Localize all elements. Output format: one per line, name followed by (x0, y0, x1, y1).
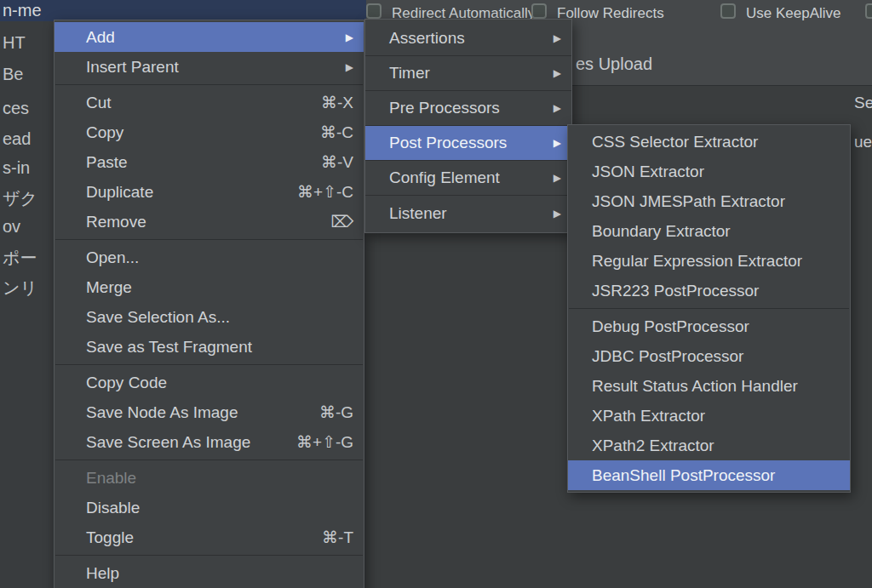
menu-item-json-extractor[interactable]: JSON Extractor (568, 157, 850, 186)
submenu-arrow-icon: ▶ (554, 138, 561, 148)
menu-item-label: JDBC PostProcessor (592, 347, 840, 366)
menu-item-label: CSS Selector Extractor (592, 133, 840, 151)
menu-item-toggle[interactable]: Toggle⌘-T (54, 522, 364, 552)
tree-node-fragment[interactable]: HT (3, 33, 26, 53)
menu-item-pre-processors[interactable]: Pre Processors▶ (365, 91, 571, 126)
menu-item-label: Help (86, 564, 353, 583)
menu-item-label: Copy Code (86, 374, 353, 392)
menu-item-label: Boundary Extractor (592, 222, 840, 241)
tree-node-fragment[interactable]: ead (3, 129, 31, 149)
menu-item-label: Debug PostProcessor (592, 317, 840, 336)
menu-item-label: Assertions (389, 29, 543, 48)
menu-item-label: Pre Processors (389, 99, 543, 117)
menu-item-remove[interactable]: Remove⌦ (54, 207, 364, 237)
menu-item-label: JSON Extractor (592, 163, 840, 181)
menu-item-xpath2-extractor[interactable]: XPath2 Extractor (568, 431, 850, 460)
menu-item-config-element[interactable]: Config Element▶ (365, 161, 571, 196)
menu-item-label: Add (86, 28, 336, 47)
menu-item-add[interactable]: Add▶ (54, 22, 364, 52)
menu-item-result-status-action-handler[interactable]: Result Status Action Handler (568, 371, 850, 401)
context-menu: Add▶Insert Parent▶Cut⌘-XCopy⌘-CPaste⌘-VD… (54, 20, 364, 588)
checkbox-label: Use KeepAlive (746, 5, 841, 22)
tree-node-fragment[interactable]: s-in (3, 158, 30, 178)
menu-item-open[interactable]: Open... (54, 243, 364, 272)
menu-item-save-node-as-image[interactable]: Save Node As Image⌘-G (54, 397, 364, 427)
tree-node-fragment[interactable]: n-me (3, 1, 42, 20)
menu-item-label: Save Screen As Image (86, 433, 283, 452)
submenu-arrow-icon: ▶ (346, 32, 353, 43)
menu-item-label: Merge (86, 278, 353, 297)
menu-item-label: Open... (86, 248, 353, 267)
menu-item-xpath-extractor[interactable]: XPath Extractor (568, 401, 850, 431)
menu-item-assertions[interactable]: Assertions▶ (365, 21, 571, 56)
menu-separator (55, 84, 363, 85)
menu-item-label: Listener (389, 204, 543, 223)
tab-label-fragment[interactable]: es Upload (576, 54, 652, 74)
menu-item-beanshell-postprocessor[interactable]: BeanShell PostProcessor (568, 460, 850, 490)
menu-item-save-screen-as-image[interactable]: Save Screen As Image⌘+⇧-G (54, 427, 364, 457)
menu-item-merge[interactable]: Merge (54, 272, 364, 302)
menu-item-shortcut: ⌘+⇧-G (296, 432, 353, 452)
menu-item-label: JSON JMESPath Extractor (592, 192, 840, 211)
post-processors-submenu: CSS Selector ExtractorJSON ExtractorJSON… (567, 124, 851, 493)
menu-item-save-as-test-fragment[interactable]: Save as Test Fragment (54, 332, 364, 362)
menu-item-cut[interactable]: Cut⌘-X (54, 88, 364, 117)
menu-item-label: Disable (86, 499, 353, 517)
tree-node-fragment[interactable]: ov (3, 217, 20, 237)
clipped-checkbox[interactable] (865, 3, 872, 19)
menu-item-label: Duplicate (86, 183, 284, 202)
menu-item-json-jmespath-extractor[interactable]: JSON JMESPath Extractor (568, 186, 850, 216)
use-keepalive-checkbox[interactable] (720, 3, 736, 19)
selected-tree-row[interactable] (0, 0, 366, 21)
menu-item-save-selection-as[interactable]: Save Selection As... (54, 302, 364, 332)
menu-item-jdbc-postprocessor[interactable]: JDBC PostProcessor (568, 341, 850, 371)
menu-item-label: Cut (86, 94, 307, 112)
menu-item-duplicate[interactable]: Duplicate⌘+⇧-C (54, 177, 364, 207)
menu-item-debug-postprocessor[interactable]: Debug PostProcessor (568, 311, 850, 341)
jmeter-window: Redirect AutomaticallyFollow RedirectsUs… (0, 0, 872, 588)
menu-item-shortcut: ⌘-G (319, 402, 353, 422)
menu-item-label: Copy (86, 123, 307, 142)
tree-node-fragment[interactable]: ンリ (3, 277, 37, 300)
menu-item-shortcut: ⌘-V (321, 152, 353, 172)
clipped-text-fragment: Se (854, 94, 872, 112)
menu-item-shortcut: ⌘-C (320, 123, 353, 142)
tree-node-fragment[interactable]: Be (3, 65, 23, 84)
menu-item-label: Result Status Action Handler (592, 377, 840, 396)
clipped-text-fragment: ue (854, 133, 872, 151)
menu-item-css-selector-extractor[interactable]: CSS Selector Extractor (568, 127, 850, 157)
menu-item-copy-code[interactable]: Copy Code (54, 368, 364, 397)
submenu-arrow-icon: ▶ (554, 33, 561, 43)
menu-item-shortcut: ⌘-X (321, 93, 353, 112)
menu-item-timer[interactable]: Timer▶ (365, 56, 571, 91)
menu-item-label: Paste (86, 153, 307, 172)
menu-separator (55, 364, 363, 365)
menu-item-label: Enable (86, 469, 353, 488)
menu-separator (569, 308, 849, 309)
tree-node-fragment[interactable]: ザク (3, 187, 37, 210)
menu-item-boundary-extractor[interactable]: Boundary Extractor (568, 216, 850, 246)
menu-separator (55, 555, 363, 556)
menu-item-label: Config Element (389, 168, 543, 187)
menu-item-disable[interactable]: Disable (54, 493, 364, 522)
menu-item-post-processors[interactable]: Post Processors▶ (365, 126, 571, 161)
menu-item-jsr223-postprocessor[interactable]: JSR223 PostProcessor (568, 276, 850, 305)
tree-node-fragment[interactable]: ポー (3, 247, 37, 270)
menu-item-shortcut: ⌦ (330, 212, 353, 231)
menu-item-listener[interactable]: Listener▶ (365, 196, 571, 231)
menu-item-shortcut: ⌘+⇧-C (297, 182, 353, 202)
tree-node-fragment[interactable]: ces (3, 99, 29, 118)
menu-item-label: Post Processors (389, 134, 543, 152)
redirect-automatically-checkbox[interactable] (366, 3, 382, 19)
menu-item-insert-parent[interactable]: Insert Parent▶ (54, 52, 364, 82)
menu-item-copy[interactable]: Copy⌘-C (54, 117, 364, 147)
menu-item-help[interactable]: Help (54, 558, 364, 588)
menu-item-label: Save Node As Image (86, 403, 306, 422)
menu-item-paste[interactable]: Paste⌘-V (54, 147, 364, 177)
menu-item-label: Save Selection As... (86, 308, 353, 327)
menu-item-label: Remove (86, 213, 317, 231)
menu-item-regular-expression-extractor[interactable]: Regular Expression Extractor (568, 246, 850, 276)
follow-redirects-checkbox[interactable] (531, 3, 547, 19)
menu-separator (55, 460, 363, 460)
checkbox-label: Follow Redirects (557, 5, 664, 22)
